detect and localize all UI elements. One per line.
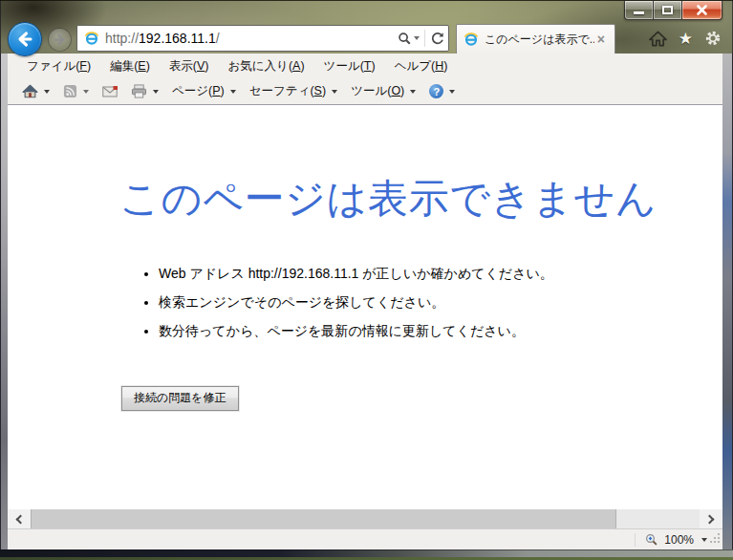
status-divider [635, 533, 636, 547]
chevron-right-icon [705, 514, 715, 524]
ie-tab-icon [464, 32, 479, 47]
home-dropdown-icon [44, 90, 50, 94]
search-icon[interactable] [398, 32, 412, 46]
safety-dropdown-icon [332, 90, 337, 94]
back-button[interactable] [8, 22, 42, 56]
menu-help[interactable]: ヘルプ(H) [385, 54, 458, 78]
browser-window: http://192.168.11.1/ このページは表示で... × [0, 0, 733, 560]
menu-file[interactable]: ファイル(F) [17, 54, 100, 78]
help-menu-button[interactable]: ? [424, 81, 460, 101]
safety-menu-button[interactable]: セーフティ(S) [245, 80, 342, 102]
horizontal-scrollbar[interactable] [8, 509, 722, 528]
mail-icon [102, 86, 118, 97]
url-text: http://192.168.11.1/ [105, 31, 398, 46]
address-bar[interactable]: http://192.168.11.1/ [76, 25, 449, 52]
window-left-border [0, 54, 8, 549]
error-page-title: このページは表示できません [119, 172, 657, 226]
help-icon: ? [429, 84, 443, 98]
minimize-button[interactable] [624, 1, 653, 20]
page-menu-button[interactable]: ページ(P) [167, 80, 241, 102]
menu-bar: ファイル(F) 編集(E) 表示(V) お気に入り(A) ツール(T) ヘルプ(… [8, 54, 722, 78]
tab-page-error[interactable]: このページは表示で... × [456, 24, 615, 54]
help-dropdown-icon [449, 90, 455, 94]
browser-toolbar-icons: ★ [649, 30, 722, 47]
zoom-control[interactable]: 100% [635, 529, 707, 549]
tools-menu-button[interactable]: ツール(O) [346, 80, 420, 102]
url-host: 192.168.11.1 [139, 31, 216, 46]
error-suggestion-list: Web アドレス http://192.168.11.1 が正しいか確かめてくだ… [159, 266, 553, 352]
forward-arrow-icon [53, 32, 67, 47]
home-small-icon [22, 84, 38, 98]
home-button[interactable] [649, 31, 667, 47]
home-icon [649, 31, 667, 47]
scroll-left-button[interactable] [8, 509, 31, 528]
read-mail-button[interactable] [97, 83, 122, 100]
zoom-magnifier-icon [645, 533, 658, 547]
zoom-dropdown-icon [701, 538, 707, 542]
close-icon [696, 4, 708, 16]
menu-edit[interactable]: 編集(E) [100, 54, 160, 78]
ie-page-icon [84, 31, 99, 46]
printer-icon [131, 84, 147, 98]
command-bar: ページ(P) セーフティ(S) ツール(O) ? [8, 78, 722, 105]
favorites-button[interactable]: ★ [679, 31, 693, 47]
settings-button[interactable] [704, 30, 722, 47]
scrollbar-track[interactable] [616, 509, 700, 528]
window-right-border [722, 54, 733, 549]
back-arrow-icon [15, 30, 34, 49]
page-content: このページは表示できません Web アドレス http://192.168.11… [8, 105, 722, 509]
maximize-button[interactable] [653, 1, 682, 20]
forward-button[interactable] [48, 28, 72, 52]
tab-close-icon[interactable]: × [594, 32, 608, 47]
rss-icon [63, 84, 77, 98]
search-dropdown-icon[interactable] [414, 36, 420, 40]
menu-favorites[interactable]: お気に入り(A) [219, 54, 314, 78]
tab-title: このページは表示で... [485, 32, 594, 48]
menu-tools[interactable]: ツール(T) [314, 54, 385, 78]
menu-view[interactable]: 表示(V) [160, 54, 219, 78]
chevron-left-icon [16, 514, 26, 524]
maximize-icon [662, 6, 673, 14]
list-item: 数分待ってから、ページを最新の情報に更新してください。 [159, 323, 553, 340]
home-page-button[interactable] [17, 81, 54, 101]
close-button[interactable] [682, 1, 722, 20]
gear-icon [704, 30, 722, 47]
page-dropdown-icon [230, 90, 236, 94]
zoom-level: 100% [664, 533, 694, 547]
url-scheme: http:// [105, 31, 139, 46]
scroll-right-button[interactable] [700, 509, 722, 528]
print-dropdown-icon [153, 90, 159, 94]
fix-connection-button[interactable]: 接続の問題を修正 [121, 386, 239, 411]
list-item: Web アドレス http://192.168.11.1 が正しいか確かめてくだ… [159, 266, 553, 283]
client-area: ファイル(F) 編集(E) 表示(V) お気に入り(A) ツール(T) ヘルプ(… [8, 54, 722, 549]
status-bar: 100% [8, 528, 722, 549]
resize-grip[interactable] [709, 530, 721, 548]
print-button[interactable] [126, 81, 163, 101]
url-path: / [216, 31, 220, 46]
tools-dropdown-icon [410, 90, 416, 94]
star-icon: ★ [679, 30, 693, 48]
refresh-icon[interactable] [430, 32, 444, 46]
address-divider [424, 30, 425, 47]
feeds-dropdown-icon [83, 90, 89, 94]
list-item: 検索エンジンでそのページを探してください。 [159, 294, 553, 312]
window-controls [624, 1, 722, 20]
scrollbar-thumb[interactable] [31, 509, 616, 528]
feeds-button[interactable] [58, 81, 94, 101]
minimize-icon [634, 11, 644, 14]
